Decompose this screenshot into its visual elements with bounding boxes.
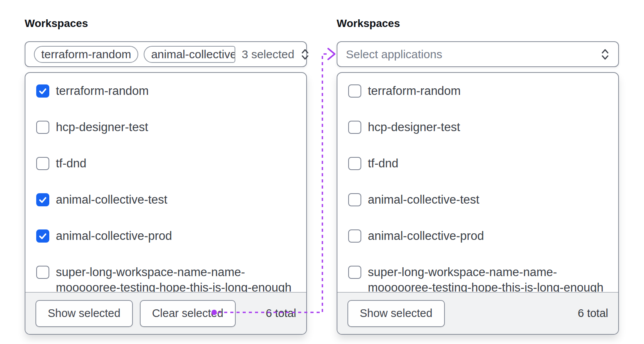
checkbox[interactable] <box>348 84 361 98</box>
checkbox[interactable] <box>348 121 361 134</box>
tag-label: animal-collective <box>151 48 235 61</box>
option-label: hcp-designer-test <box>56 120 148 135</box>
option-label: terraform-random <box>368 83 461 99</box>
option-row[interactable]: animal-collective-test <box>36 182 295 218</box>
option-row[interactable]: tf-dnd <box>36 145 295 182</box>
option-label: animal-collective-prod <box>368 228 484 244</box>
listbox-footer: Show selected 6 total <box>337 292 618 334</box>
option-row[interactable]: terraform-random <box>36 73 295 109</box>
checkmark-icon <box>37 86 48 96</box>
option-label: tf-dnd <box>368 156 398 171</box>
checkbox[interactable] <box>36 121 49 134</box>
option-row[interactable]: super-long-workspace-name-name-moooooree… <box>36 254 295 292</box>
option-label: animal-collective-prod <box>56 228 172 244</box>
option-row[interactable]: animal-collective-test <box>348 182 607 218</box>
workspaces-label: Workspaces <box>337 17 619 30</box>
total-count: 6 total <box>578 307 608 320</box>
checkbox[interactable] <box>348 229 361 243</box>
selected-tag-truncated: animal-collective <box>144 46 235 63</box>
option-row[interactable]: super-long-workspace-name-name-moooooree… <box>348 254 607 292</box>
options-listbox: terraform-random hcp-designer-test <box>25 72 307 335</box>
checkbox[interactable] <box>36 193 49 206</box>
option-row[interactable]: terraform-random <box>348 73 607 109</box>
checkbox[interactable] <box>36 84 49 98</box>
option-label: animal-collective-test <box>56 192 167 207</box>
selected-tag: terraform-random <box>34 46 138 63</box>
footer-action-button[interactable]: Show selected <box>35 300 133 327</box>
option-row[interactable]: animal-collective-prod <box>348 218 607 254</box>
caret-sort-icon <box>300 47 310 61</box>
checkbox[interactable] <box>36 157 49 170</box>
placeholder-text: Select applications <box>346 48 442 61</box>
caret-sort-icon <box>600 47 610 61</box>
option-label: super-long-workspace-name-name-moooooree… <box>56 265 295 292</box>
multiselect-trigger[interactable]: Select applications <box>337 41 619 67</box>
option-label: tf-dnd <box>56 156 86 171</box>
checkbox[interactable] <box>348 266 361 279</box>
checkmark-icon <box>37 231 48 241</box>
footer-action-button[interactable]: Clear selected <box>140 300 236 327</box>
option-label: animal-collective-test <box>368 192 479 207</box>
options-listbox: terraform-random hcp-designer-test <box>337 72 619 335</box>
option-row[interactable]: animal-collective-prod <box>36 218 295 254</box>
total-count: 6 total <box>266 307 296 320</box>
option-label: terraform-random <box>56 83 149 99</box>
options-list: terraform-random hcp-designer-test <box>25 73 306 292</box>
option-row[interactable]: hcp-designer-test <box>348 109 607 145</box>
multiselect-trigger[interactable]: terraform-random animal-collective 3 sel… <box>25 41 307 67</box>
checkbox[interactable] <box>36 266 49 279</box>
workspaces-multiselect-right: Workspaces Select applications te <box>337 17 619 335</box>
checkmark-icon <box>37 194 48 205</box>
arrowhead-icon <box>328 49 335 59</box>
checkbox[interactable] <box>348 157 361 170</box>
workspaces-label: Workspaces <box>25 17 307 30</box>
checkbox[interactable] <box>36 229 49 243</box>
workspaces-multiselect-left: Workspaces terraform-random animal-colle… <box>25 17 307 335</box>
tag-label: terraform-random <box>41 48 131 61</box>
checkbox[interactable] <box>348 193 361 206</box>
listbox-footer: Show selected Clear selected 6 total <box>25 292 306 334</box>
footer-action-button[interactable]: Show selected <box>347 300 445 327</box>
option-row[interactable]: hcp-designer-test <box>36 109 295 145</box>
screenshot-canvas: Workspaces terraform-random animal-colle… <box>0 0 644 344</box>
options-list: terraform-random hcp-designer-test <box>337 73 618 292</box>
selected-count: 3 selected <box>242 48 294 61</box>
option-row[interactable]: tf-dnd <box>348 145 607 182</box>
option-label: super-long-workspace-name-name-moooooree… <box>368 265 607 292</box>
option-label: hcp-designer-test <box>368 120 460 135</box>
